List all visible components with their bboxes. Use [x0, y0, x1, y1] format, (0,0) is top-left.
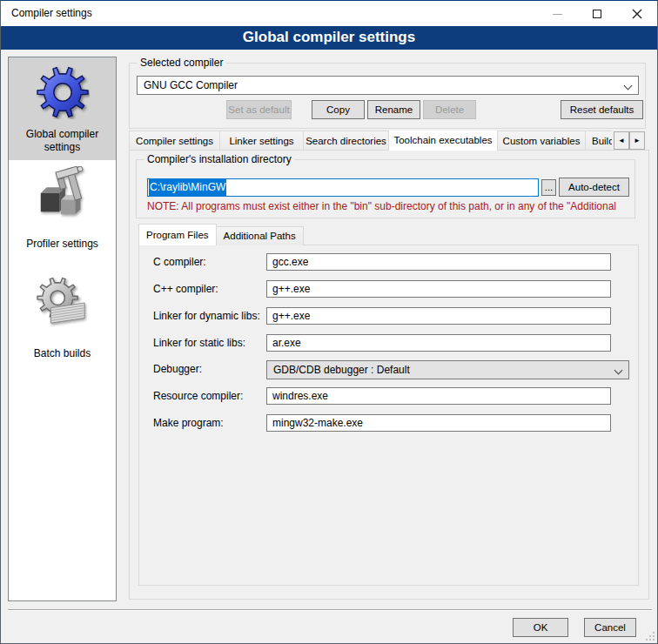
cpp-compiler-input[interactable]: g++.exe — [266, 280, 611, 298]
tab-toolchain-executables[interactable]: Toolchain executables — [388, 131, 498, 151]
tab-build-options[interactable]: Build options — [585, 131, 612, 151]
note-text: NOTE: All programs must exist either in … — [147, 200, 634, 213]
browse-directory-button[interactable]: ... — [541, 179, 556, 196]
sidebar-label-batch-builds[interactable]: Batch builds — [9, 347, 116, 360]
delete-button[interactable]: Delete — [423, 100, 476, 119]
resize-grip[interactable] — [646, 632, 655, 641]
set-as-default-button[interactable]: Set as default — [226, 100, 292, 119]
settings-tabs: Compiler settings Linker settings Search… — [129, 131, 612, 151]
linker-dynamic-input[interactable]: g++.exe — [266, 307, 611, 325]
installation-directory-group-label: Compiler's installation directory — [144, 152, 295, 166]
batch-builds-icon — [36, 276, 90, 330]
tab-additional-paths[interactable]: Additional Paths — [216, 226, 304, 245]
compiler-select[interactable]: GNU GCC Compiler — [137, 76, 639, 95]
debugger-label: Debugger: — [153, 363, 202, 375]
footer-separator — [8, 609, 652, 611]
tab-program-files[interactable]: Program Files — [138, 224, 217, 245]
maximize-icon — [593, 10, 601, 18]
compiler-settings-window: Compiler settings Global compiler settin… — [0, 0, 658, 644]
cpp-compiler-label: C++ compiler: — [153, 283, 218, 295]
paths-tabs: Program Files Additional Paths — [138, 226, 303, 245]
debugger-select[interactable]: GDB/CDB debugger : Default — [266, 360, 629, 379]
close-button[interactable] — [617, 1, 657, 26]
reset-defaults-button[interactable]: Reset defaults — [561, 100, 643, 119]
chevron-down-icon — [624, 82, 633, 91]
settings-category-list: Global compiler settings Profiler settin… — [8, 57, 117, 601]
ok-button[interactable]: OK — [513, 618, 568, 637]
titlebar: Compiler settings — [1, 1, 657, 26]
sidebar-label-profiler-settings[interactable]: Profiler settings — [9, 238, 116, 251]
tab-custom-variables[interactable]: Custom variables — [497, 131, 586, 151]
cancel-button[interactable]: Cancel — [584, 618, 636, 637]
copy-button[interactable]: Copy — [312, 100, 365, 119]
tab-compiler-settings[interactable]: Compiler settings — [129, 131, 220, 151]
linker-static-input[interactable]: ar.exe — [266, 334, 611, 352]
window-title: Compiler settings — [11, 1, 92, 26]
linker-dynamic-label: Linker for dynamic libs: — [153, 310, 260, 322]
maximize-button[interactable] — [577, 1, 617, 26]
tab-linker-settings[interactable]: Linker settings — [219, 131, 304, 151]
tab-scroll-left-button[interactable]: ◄ — [614, 131, 629, 150]
make-program-label: Make program: — [153, 417, 224, 429]
c-compiler-label: C compiler: — [153, 256, 206, 268]
selected-compiler-group-label: Selected compiler — [137, 56, 226, 70]
rename-button[interactable]: Rename — [367, 100, 420, 119]
profiler-settings-icon — [36, 166, 90, 220]
chevron-down-icon — [614, 366, 623, 375]
global-compiler-settings-icon — [36, 65, 90, 119]
close-icon — [632, 9, 642, 19]
auto-detect-button[interactable]: Auto-detect — [559, 178, 629, 197]
linker-static-label: Linker for static libs: — [153, 337, 245, 349]
tab-scroll-right-button[interactable]: ► — [629, 131, 645, 150]
tab-search-directories[interactable]: Search directories — [303, 131, 389, 151]
minimize-icon — [553, 14, 562, 15]
make-program-input[interactable]: mingw32-make.exe — [266, 414, 611, 432]
sidebar-label-global-compiler-settings[interactable]: Global compiler settings — [9, 128, 116, 154]
c-compiler-input[interactable]: gcc.exe — [266, 253, 611, 271]
installation-directory-input[interactable]: C:\raylib\MinGW — [147, 178, 539, 197]
resource-compiler-label: Resource compiler: — [153, 390, 243, 402]
resource-compiler-input[interactable]: windres.exe — [266, 387, 611, 405]
dialog-header: Global compiler settings — [1, 26, 657, 50]
minimize-button[interactable] — [537, 1, 577, 26]
